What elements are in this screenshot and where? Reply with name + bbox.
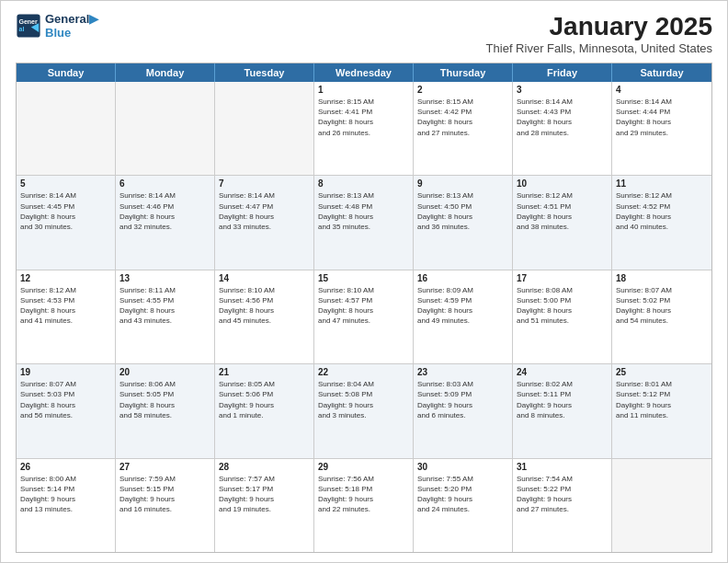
day-number: 28 — [219, 462, 310, 472]
weekday-header-tuesday: Tuesday — [215, 63, 314, 82]
day-number: 8 — [318, 178, 409, 189]
day-number: 14 — [219, 273, 310, 283]
day-info: Sunrise: 8:12 AM Sunset: 4:53 PM Dayligh… — [20, 285, 111, 327]
day-info: Sunrise: 8:15 AM Sunset: 4:42 PM Dayligh… — [417, 97, 508, 138]
day-info: Sunrise: 8:12 AM Sunset: 4:51 PM Dayligh… — [517, 190, 608, 232]
day-number: 12 — [20, 273, 111, 283]
day-number: 25 — [616, 367, 708, 377]
title-block: January 2025 Thief River Falls, Minnesot… — [486, 12, 712, 55]
day-info: Sunrise: 8:14 AM Sunset: 4:44 PM Dayligh… — [616, 97, 708, 138]
day-number: 3 — [517, 85, 608, 95]
logo-text: General▶ Blue — [45, 12, 98, 40]
day-cell-15: 15Sunrise: 8:10 AM Sunset: 4:57 PM Dayli… — [314, 270, 414, 363]
calendar-header: SundayMondayTuesdayWednesdayThursdayFrid… — [17, 63, 711, 82]
header: Gener al General▶ Blue January 2025 Thie… — [16, 12, 712, 55]
day-number: 26 — [20, 462, 111, 472]
day-cell-8: 8Sunrise: 8:13 AM Sunset: 4:48 PM Daylig… — [314, 176, 414, 269]
day-number: 29 — [318, 462, 409, 472]
day-number: 16 — [417, 273, 508, 283]
subtitle: Thief River Falls, Minnesota, United Sta… — [486, 41, 712, 55]
calendar: SundayMondayTuesdayWednesdayThursdayFrid… — [16, 63, 712, 553]
day-info: Sunrise: 8:02 AM Sunset: 5:11 PM Dayligh… — [517, 379, 608, 420]
day-number: 22 — [318, 367, 409, 377]
svg-text:Gener: Gener — [19, 18, 39, 25]
day-cell-24: 24Sunrise: 8:02 AM Sunset: 5:11 PM Dayli… — [513, 364, 612, 457]
day-cell-9: 9Sunrise: 8:13 AM Sunset: 4:50 PM Daylig… — [414, 176, 513, 269]
day-info: Sunrise: 7:57 AM Sunset: 5:17 PM Dayligh… — [219, 474, 310, 515]
day-cell-31: 31Sunrise: 7:54 AM Sunset: 5:22 PM Dayli… — [513, 459, 612, 552]
day-number: 20 — [119, 367, 210, 377]
day-info: Sunrise: 8:07 AM Sunset: 5:02 PM Dayligh… — [616, 285, 708, 327]
day-info: Sunrise: 8:14 AM Sunset: 4:43 PM Dayligh… — [517, 97, 608, 138]
day-number: 4 — [616, 85, 708, 95]
day-info: Sunrise: 8:03 AM Sunset: 5:09 PM Dayligh… — [417, 379, 508, 420]
day-cell-11: 11Sunrise: 8:12 AM Sunset: 4:52 PM Dayli… — [612, 176, 711, 269]
day-info: Sunrise: 8:11 AM Sunset: 4:55 PM Dayligh… — [119, 285, 210, 327]
day-number: 19 — [20, 367, 111, 377]
day-number: 27 — [119, 462, 210, 472]
day-cell-26: 26Sunrise: 8:00 AM Sunset: 5:14 PM Dayli… — [17, 459, 116, 552]
day-info: Sunrise: 8:14 AM Sunset: 4:45 PM Dayligh… — [20, 190, 111, 232]
calendar-row-1: 1Sunrise: 8:15 AM Sunset: 4:41 PM Daylig… — [17, 82, 711, 176]
weekday-header-monday: Monday — [116, 63, 215, 82]
day-info: Sunrise: 8:14 AM Sunset: 4:46 PM Dayligh… — [119, 190, 210, 232]
day-cell-28: 28Sunrise: 7:57 AM Sunset: 5:17 PM Dayli… — [215, 459, 314, 552]
day-number: 10 — [517, 178, 608, 189]
day-cell-7: 7Sunrise: 8:14 AM Sunset: 4:47 PM Daylig… — [215, 176, 314, 269]
weekday-header-sunday: Sunday — [17, 63, 116, 82]
day-number: 21 — [219, 367, 310, 377]
day-cell-4: 4Sunrise: 8:14 AM Sunset: 4:44 PM Daylig… — [612, 82, 711, 175]
day-cell-2: 2Sunrise: 8:15 AM Sunset: 4:42 PM Daylig… — [414, 82, 513, 175]
day-info: Sunrise: 8:08 AM Sunset: 5:00 PM Dayligh… — [517, 285, 608, 327]
empty-cell-r4-c6 — [612, 459, 711, 552]
day-cell-22: 22Sunrise: 8:04 AM Sunset: 5:08 PM Dayli… — [314, 364, 414, 457]
calendar-page: Gener al General▶ Blue January 2025 Thie… — [0, 0, 728, 563]
day-cell-17: 17Sunrise: 8:08 AM Sunset: 5:00 PM Dayli… — [513, 270, 612, 363]
day-cell-14: 14Sunrise: 8:10 AM Sunset: 4:56 PM Dayli… — [215, 270, 314, 363]
day-info: Sunrise: 7:55 AM Sunset: 5:20 PM Dayligh… — [417, 474, 508, 515]
day-number: 23 — [417, 367, 508, 377]
day-info: Sunrise: 8:05 AM Sunset: 5:06 PM Dayligh… — [219, 379, 310, 420]
day-number: 24 — [517, 367, 608, 377]
day-cell-30: 30Sunrise: 7:55 AM Sunset: 5:20 PM Dayli… — [414, 459, 513, 552]
day-cell-23: 23Sunrise: 8:03 AM Sunset: 5:09 PM Dayli… — [414, 364, 513, 457]
day-cell-21: 21Sunrise: 8:05 AM Sunset: 5:06 PM Dayli… — [215, 364, 314, 457]
day-cell-19: 19Sunrise: 8:07 AM Sunset: 5:03 PM Dayli… — [17, 364, 116, 457]
day-info: Sunrise: 7:56 AM Sunset: 5:18 PM Dayligh… — [318, 474, 409, 515]
calendar-row-2: 5Sunrise: 8:14 AM Sunset: 4:45 PM Daylig… — [17, 176, 711, 270]
day-number: 7 — [219, 178, 310, 189]
day-cell-13: 13Sunrise: 8:11 AM Sunset: 4:55 PM Dayli… — [116, 270, 215, 363]
weekday-header-thursday: Thursday — [414, 63, 513, 82]
day-info: Sunrise: 8:00 AM Sunset: 5:14 PM Dayligh… — [20, 474, 111, 515]
empty-cell-r0-c1 — [116, 82, 215, 175]
day-cell-12: 12Sunrise: 8:12 AM Sunset: 4:53 PM Dayli… — [17, 270, 116, 363]
day-number: 9 — [417, 178, 508, 189]
day-info: Sunrise: 8:10 AM Sunset: 4:57 PM Dayligh… — [318, 285, 409, 327]
empty-cell-r0-c0 — [17, 82, 116, 175]
day-number: 31 — [517, 462, 608, 472]
day-number: 18 — [616, 273, 708, 283]
day-info: Sunrise: 8:13 AM Sunset: 4:48 PM Dayligh… — [318, 190, 409, 232]
day-cell-18: 18Sunrise: 8:07 AM Sunset: 5:02 PM Dayli… — [612, 270, 711, 363]
day-info: Sunrise: 7:59 AM Sunset: 5:15 PM Dayligh… — [119, 474, 210, 515]
day-info: Sunrise: 8:10 AM Sunset: 4:56 PM Dayligh… — [219, 285, 310, 327]
weekday-header-saturday: Saturday — [612, 63, 711, 82]
calendar-row-5: 26Sunrise: 8:00 AM Sunset: 5:14 PM Dayli… — [17, 459, 711, 552]
empty-cell-r0-c2 — [215, 82, 314, 175]
calendar-row-3: 12Sunrise: 8:12 AM Sunset: 4:53 PM Dayli… — [17, 270, 711, 364]
day-number: 15 — [318, 273, 409, 283]
main-title: January 2025 — [486, 12, 712, 41]
day-number: 5 — [20, 178, 111, 189]
weekday-header-friday: Friday — [513, 63, 612, 82]
day-info: Sunrise: 8:06 AM Sunset: 5:05 PM Dayligh… — [119, 379, 210, 420]
day-number: 30 — [417, 462, 508, 472]
logo: Gener al General▶ Blue — [16, 12, 98, 40]
day-info: Sunrise: 7:54 AM Sunset: 5:22 PM Dayligh… — [517, 474, 608, 515]
day-number: 13 — [119, 273, 210, 283]
weekday-header-wednesday: Wednesday — [314, 63, 414, 82]
svg-text:al: al — [19, 26, 25, 32]
day-cell-10: 10Sunrise: 8:12 AM Sunset: 4:51 PM Dayli… — [513, 176, 612, 269]
day-info: Sunrise: 8:13 AM Sunset: 4:50 PM Dayligh… — [417, 190, 508, 232]
day-cell-25: 25Sunrise: 8:01 AM Sunset: 5:12 PM Dayli… — [612, 364, 711, 457]
day-info: Sunrise: 8:15 AM Sunset: 4:41 PM Dayligh… — [318, 97, 409, 138]
